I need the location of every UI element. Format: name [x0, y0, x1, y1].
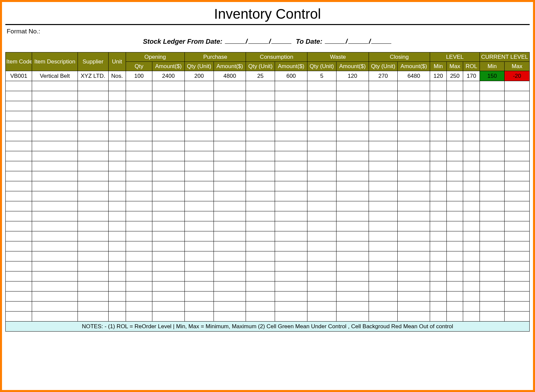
empty-cell[interactable] [463, 251, 480, 261]
empty-cell[interactable] [430, 231, 447, 241]
empty-cell[interactable] [246, 81, 275, 91]
empty-cell[interactable] [32, 271, 78, 281]
empty-cell[interactable] [78, 131, 108, 141]
empty-cell[interactable] [463, 81, 480, 91]
empty-cell[interactable] [32, 221, 78, 231]
empty-cell[interactable] [246, 101, 275, 111]
empty-cell[interactable] [398, 191, 430, 201]
empty-cell[interactable] [126, 201, 152, 211]
empty-cell[interactable] [152, 121, 185, 131]
cell-item_code[interactable]: VB001 [6, 71, 32, 81]
empty-cell[interactable] [184, 121, 214, 131]
empty-cell[interactable] [214, 171, 246, 181]
empty-cell[interactable] [78, 241, 108, 251]
empty-cell[interactable] [214, 271, 246, 281]
empty-cell[interactable] [126, 261, 152, 271]
empty-cell[interactable] [108, 261, 126, 271]
empty-cell[interactable] [152, 281, 185, 291]
empty-cell[interactable] [152, 191, 185, 201]
empty-cell[interactable] [214, 261, 246, 271]
empty-cell[interactable] [275, 151, 307, 161]
empty-cell[interactable] [152, 131, 185, 141]
empty-cell[interactable] [398, 211, 430, 221]
empty-cell[interactable] [369, 271, 398, 281]
empty-cell[interactable] [126, 291, 152, 302]
empty-cell[interactable] [78, 281, 108, 291]
empty-cell[interactable] [480, 101, 505, 111]
empty-cell[interactable] [6, 231, 32, 241]
empty-cell[interactable] [184, 291, 214, 302]
empty-cell[interactable] [446, 91, 463, 101]
empty-cell[interactable] [369, 291, 398, 302]
empty-cell[interactable] [78, 81, 108, 91]
empty-cell[interactable] [32, 121, 78, 131]
empty-cell[interactable] [32, 312, 78, 322]
empty-cell[interactable] [32, 291, 78, 302]
cell-item_desc[interactable]: Vertical Belt [32, 71, 78, 81]
empty-cell[interactable] [398, 121, 430, 131]
empty-cell[interactable] [505, 121, 530, 131]
empty-cell[interactable] [152, 201, 185, 211]
empty-cell[interactable] [480, 81, 505, 91]
empty-cell[interactable] [369, 181, 398, 191]
empty-cell[interactable] [398, 302, 430, 312]
empty-cell[interactable] [336, 231, 369, 241]
empty-cell[interactable] [275, 201, 307, 211]
empty-cell[interactable] [307, 131, 337, 141]
empty-cell[interactable] [126, 101, 152, 111]
empty-cell[interactable] [463, 191, 480, 201]
empty-cell[interactable] [6, 131, 32, 141]
empty-cell[interactable] [398, 101, 430, 111]
empty-cell[interactable] [214, 141, 246, 151]
empty-cell[interactable] [480, 191, 505, 201]
empty-cell[interactable] [398, 251, 430, 261]
empty-cell[interactable] [126, 251, 152, 261]
empty-cell[interactable] [126, 302, 152, 312]
empty-cell[interactable] [369, 151, 398, 161]
empty-cell[interactable] [430, 101, 447, 111]
empty-cell[interactable] [6, 181, 32, 191]
empty-cell[interactable] [214, 151, 246, 161]
empty-cell[interactable] [446, 101, 463, 111]
empty-cell[interactable] [6, 111, 32, 121]
empty-cell[interactable] [184, 171, 214, 181]
empty-cell[interactable] [505, 201, 530, 211]
empty-cell[interactable] [152, 81, 185, 91]
empty-cell[interactable] [214, 201, 246, 211]
empty-cell[interactable] [32, 131, 78, 141]
empty-cell[interactable] [446, 111, 463, 121]
empty-cell[interactable] [505, 141, 530, 151]
empty-cell[interactable] [336, 221, 369, 231]
empty-cell[interactable] [108, 91, 126, 101]
empty-cell[interactable] [307, 91, 337, 101]
empty-cell[interactable] [480, 231, 505, 241]
empty-cell[interactable] [214, 91, 246, 101]
empty-cell[interactable] [307, 201, 337, 211]
empty-cell[interactable] [446, 291, 463, 302]
empty-cell[interactable] [78, 312, 108, 322]
empty-cell[interactable] [275, 221, 307, 231]
empty-cell[interactable] [32, 211, 78, 221]
empty-cell[interactable] [108, 131, 126, 141]
empty-cell[interactable] [369, 221, 398, 231]
empty-cell[interactable] [398, 241, 430, 251]
empty-cell[interactable] [32, 261, 78, 271]
empty-cell[interactable] [369, 101, 398, 111]
empty-cell[interactable] [336, 151, 369, 161]
empty-cell[interactable] [6, 302, 32, 312]
empty-cell[interactable] [430, 291, 447, 302]
empty-cell[interactable] [480, 141, 505, 151]
empty-cell[interactable] [152, 291, 185, 302]
empty-cell[interactable] [430, 281, 447, 291]
empty-cell[interactable] [505, 91, 530, 101]
empty-cell[interactable] [336, 191, 369, 201]
empty-cell[interactable] [480, 151, 505, 161]
empty-cell[interactable] [214, 302, 246, 312]
empty-cell[interactable] [446, 181, 463, 191]
empty-cell[interactable] [108, 181, 126, 191]
empty-cell[interactable] [275, 161, 307, 171]
empty-cell[interactable] [78, 191, 108, 201]
cell-pur_qty[interactable]: 200 [184, 71, 214, 81]
empty-cell[interactable] [430, 241, 447, 251]
empty-cell[interactable] [505, 191, 530, 201]
